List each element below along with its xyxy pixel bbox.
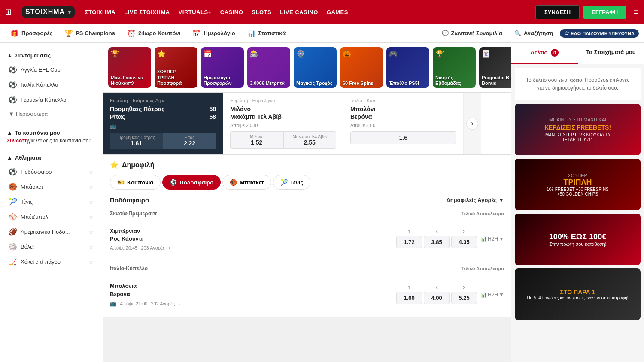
shortcuts-header[interactable]: ▲ Συντομεύσεις	[0, 49, 103, 62]
odd-label-h-0: 1	[408, 229, 410, 234]
match-markets-0-0[interactable]: 203 Αγορές	[141, 245, 165, 250]
live-match-0-odds-team1[interactable]: Προμηθέας Πάτρας 1.61	[110, 133, 163, 149]
sidebar-item-italia-cup[interactable]: ⚽ Ιταλία Κύπελλο	[0, 77, 103, 92]
sec-nav-stats[interactable]: 📊 Στατιστικά	[242, 27, 291, 40]
promo-card-8[interactable]: 🃏 Pragmatic Buy Bonus	[479, 47, 511, 88]
ad-banner-2-content: 100% ΕΩΣ 100€ Στην πρώτη σου κατάθεση!	[546, 229, 610, 250]
promo-card-0[interactable]: 🏆 Μαν. Γιουν. vs Νιούκαστλ	[108, 47, 151, 88]
promo-card-2[interactable]: 📅 Ημερολόγιο Προσφορών	[201, 47, 244, 88]
live-match-1-odds-team2[interactable]: Μακάμπι Τελ Αβίβ 2.55	[283, 131, 337, 149]
nav-games[interactable]: GAMES	[327, 7, 348, 17]
odd-a-0-0[interactable]: 4.35	[451, 236, 477, 248]
nav-stoixima[interactable]: ΣΤΟΙΧΗΜΑ	[85, 7, 116, 17]
odd-x-0-0[interactable]: 3.85	[424, 236, 450, 248]
live-match-card-1[interactable]: Ευρώπη - Ευρωλίγκα Μιλάνο Μακάμπι Τελ Αβ…	[223, 93, 343, 154]
promo-card-1[interactable]: ⭐ ΣΟΥΠΕΡ ΤΡΙΠΛΗ Προσφορά	[155, 47, 197, 88]
match-teams-0-0: Χιμπέρνιαν Ρος Κάουντι Απόψε 20:45 203 Α…	[110, 227, 396, 250]
nav-slots[interactable]: SLOTS	[252, 7, 271, 17]
americanfootball-star-icon[interactable]: ☆	[88, 229, 94, 235]
signin-button[interactable]: ΣΥΝΔΕΣΗ	[535, 5, 580, 19]
nav-live-casino[interactable]: LIVE CASINO	[280, 7, 318, 17]
sidebar-item-hockey[interactable]: 🏒 Χόκεϊ επί πάγου ☆	[0, 254, 103, 269]
live-match-0-odds-label1: Προμηθέας Πάτρας	[118, 135, 155, 140]
left-sidebar: ▲ Συντομεύσεις ⚽ Αγγλία EFL Cup ⚽ Ιταλία…	[0, 43, 103, 362]
sports-header[interactable]: ▲ Αθλήματα	[0, 151, 103, 164]
sidebar-item-efl-label: Αγγλία EFL Cup	[21, 66, 61, 73]
logo-area[interactable]: STOIXHMA .gr	[22, 6, 75, 18]
odd-h-1-0[interactable]: 1.60	[396, 292, 422, 304]
responsible-gaming-badge[interactable]: 🛡 ΕΔΩ ΠΑΙΖΟΥΜΕ ΥΠΕΥΘΥΝΑ	[560, 29, 639, 38]
hockey-star-icon[interactable]: ☆	[88, 259, 94, 265]
grid-menu-icon[interactable]: ⊞	[5, 7, 12, 17]
sidebar-divider-2	[0, 149, 103, 149]
volleyball-icon: 🏐	[9, 243, 17, 251]
ad-banner-1[interactable]: ΣΟΥΠΕΡ ΤΡΙΠΛΗ 10€ FREEBET +50 FREESPINS …	[515, 159, 641, 210]
sidebar-item-football[interactable]: ⚽ Ποδόσφαιρο ☆	[0, 164, 103, 179]
tab-tennis[interactable]: 🎾 Τένις	[273, 175, 310, 190]
volleyball-star-icon[interactable]: ☆	[88, 244, 94, 250]
h2h-label-1: H2H	[488, 292, 498, 298]
register-button[interactable]: ΕΓΓΡΑΦΗ	[583, 6, 626, 19]
ad-banner-0[interactable]: ΜΠΑΙΝΕΙΣ ΣΤΗ ΜΑΧΗ ΚΑΙ ΚΕΡΔΙΖΕΙΣ FREEBETS…	[515, 104, 641, 155]
popular-markets-button[interactable]: Δημοφιλείς Αγορές ▼	[446, 197, 504, 203]
promo-card-3[interactable]: 🎰 3.000€ Μετρητά	[247, 47, 290, 88]
coupons-signin-link[interactable]: Σύνδεση	[7, 138, 28, 144]
h2h-btn-0-0[interactable]: 📊 H2H ▼	[480, 236, 504, 242]
live-match-2-odds: 1.6	[350, 131, 456, 144]
match-markets-1-0[interactable]: 202 Αγορές	[151, 301, 175, 306]
my-coupons-header[interactable]: ▲ Τα κουπόνια μου	[7, 130, 96, 136]
live-match-0-league: Ευρώπη - Τσάμπιονς Λιγκ	[110, 98, 216, 103]
ad-banner-3[interactable]: ΣΤΟ ΠΑΡΑ 1 Παίξε 4+ αγώνες και αν χάσεις…	[515, 268, 641, 320]
odd-x-1-0[interactable]: 4.00	[424, 292, 450, 304]
odd-h-0-0[interactable]: 1.72	[396, 236, 422, 248]
tab-coupons[interactable]: 🎫 Κουπόνια	[110, 175, 161, 190]
tv-icon-1: 📺	[110, 301, 116, 307]
live-match-card-0[interactable]: Ευρώπη - Τσάμπιονς Λιγκ Προμηθέας Πάτρας…	[103, 93, 223, 154]
promo-card-7[interactable]: 🏆 Νικητής Εβδομάδας	[433, 47, 476, 88]
promo-card-6[interactable]: 🎮 Έπαθλο PS5!	[386, 47, 429, 88]
live-strip-next-btn[interactable]: ›	[464, 93, 481, 154]
h2h-btn-1-0[interactable]: 📊 H2H ▼	[480, 292, 504, 298]
basketball-star-icon[interactable]: ☆	[88, 184, 94, 190]
odd-a-1-0[interactable]: 5.25	[451, 292, 477, 304]
sidebar-item-tennis[interactable]: 🎾 Τένις ☆	[0, 194, 103, 209]
nav-virtuals[interactable]: VIRTUALS+	[179, 7, 212, 17]
sidebar-item-baseball[interactable]: ⚾ Μπέιζμπολ ☆	[0, 209, 103, 224]
betslip-tab-deltion[interactable]: Δελτίο 0	[511, 43, 578, 64]
sidebar-item-germany-cup[interactable]: ⚽ Γερμανία Κύπελλο	[0, 92, 103, 107]
live-match-1-odds: Μιλάνο 1.52 Μακάμπι Τελ Αβίβ 2.55	[230, 131, 336, 149]
sidebar-item-volleyball[interactable]: 🏐 Βόλεϊ ☆	[0, 239, 103, 254]
sidebar-item-american-football[interactable]: 🏈 Αμερικάνικο Ποδό... ☆	[0, 224, 103, 239]
coupons-signin-text: Σύνδεσηγια να δεις τα κουπόνια σου	[7, 138, 96, 144]
sidebar-item-efl[interactable]: ⚽ Αγγλία EFL Cup	[0, 62, 103, 77]
sec-nav-24h-coupon[interactable]: ⏰ 24ωρο Κουπόνι	[122, 27, 185, 40]
search-button[interactable]: 🔍 Αναζήτηση	[509, 27, 558, 39]
hamburger-icon[interactable]: ≡	[633, 6, 639, 18]
tab-basketball[interactable]: 🏀 Μπάσκετ	[222, 175, 271, 190]
sec-nav-calendar[interactable]: 📅 Ημερολόγιο	[187, 27, 240, 40]
live-match-0-team2: Ρίτας 58	[110, 113, 216, 120]
sidebar-item-basketball[interactable]: 🏀 Μπάσκετ ☆	[0, 179, 103, 194]
league-header-1: Ιταλία-Κύπελλο Τελικό Αποτελεσμα	[110, 262, 504, 275]
tennis-star-icon[interactable]: ☆	[88, 199, 94, 205]
promo-card-4[interactable]: 🎡 Μαγικός Τροχός	[294, 47, 337, 88]
sec-nav-ps-champions[interactable]: 🏆 PS Champions	[59, 27, 120, 40]
nav-casino[interactable]: CASINO	[220, 7, 243, 17]
betslip-tab-my-bets[interactable]: Τα Στοιχήματά μου	[578, 43, 644, 64]
live-match-0-odds-team2[interactable]: Ρίτας 2.22	[163, 133, 216, 149]
live-match-2-odds-team1[interactable]: 1.6	[350, 131, 456, 144]
shortcuts-more-btn[interactable]: ▼ Περισσότερα	[0, 107, 103, 121]
baseball-star-icon[interactable]: ☆	[88, 214, 94, 220]
content-area: 🏆 Μαν. Γιουν. vs Νιούκαστλ ⭐ ΣΟΥΠΕΡ ΤΡΙΠ…	[103, 43, 511, 362]
live-match-card-2[interactable]: Ιταλία - Κύπ Μπολόνι Βερόνα Απόψε 21:0 1…	[343, 93, 464, 154]
nav-live-stoixima[interactable]: LIVE ΣΤΟΙΧΗΜΑ	[124, 7, 170, 17]
live-chat-button[interactable]: 💬 Ζωντανή Συνομιλία	[437, 27, 507, 39]
live-match-0-team1: Προμηθέας Πάτρας 58	[110, 106, 216, 112]
sec-nav-offers[interactable]: 🎁 Προσφορές	[5, 27, 58, 40]
promo-card-5[interactable]: 🎃 60 Free Spins	[340, 47, 383, 88]
tab-football[interactable]: ⚽ Ποδόσφαιρο	[162, 175, 221, 190]
match-time-1-0: Απόψε 21:00	[120, 301, 147, 306]
football-star-icon[interactable]: ☆	[88, 169, 94, 175]
live-match-1-odds-team1[interactable]: Μιλάνο 1.52	[230, 131, 283, 149]
ad-banner-2[interactable]: 100% ΕΩΣ 100€ Στην πρώτη σου κατάθεση!	[515, 214, 641, 265]
